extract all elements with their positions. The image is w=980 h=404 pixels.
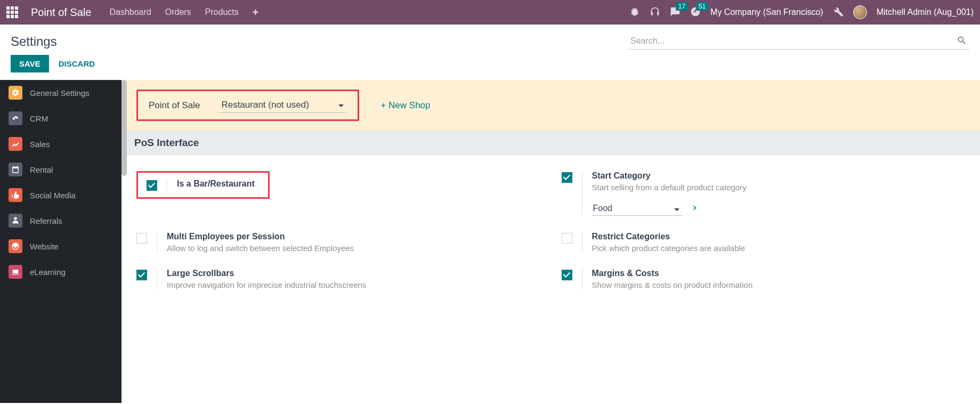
setting-bar-restaurant: Is a Bar/Restaurant (136, 171, 270, 199)
tools-icon[interactable] (833, 6, 844, 19)
nav-orders[interactable]: Orders (165, 7, 191, 17)
main: General Settings CRM Sales Rental Social… (0, 80, 980, 403)
calendar-icon (9, 163, 22, 176)
new-shop-link[interactable]: + New Shop (380, 100, 430, 111)
topnav-left: Point of Sale Dashboard Orders Products … (6, 6, 258, 19)
sidebar-item-sales[interactable]: Sales (0, 131, 122, 157)
sidebar-item-label: Website (30, 242, 59, 251)
nav-products[interactable]: Products (205, 7, 239, 17)
sidebar-item-elearning[interactable]: eLearning (0, 259, 122, 285)
chart-icon (9, 137, 22, 151)
bug-icon[interactable] (629, 6, 640, 19)
save-button[interactable]: SAVE (11, 55, 49, 72)
sidebar-item-label: Social Media (30, 191, 76, 200)
settings-content: Point of Sale + New Shop PoS Interface I… (122, 80, 980, 403)
setting-multi-employees: Multi Employees per Session Allow to log… (136, 232, 540, 253)
sidebar-item-label: CRM (30, 114, 48, 123)
book-icon (9, 265, 22, 279)
sidebar-item-label: eLearning (30, 268, 66, 277)
checkbox-bar-restaurant[interactable] (147, 180, 157, 191)
apps-icon[interactable] (6, 6, 18, 18)
control-bar: Settings (0, 25, 980, 55)
sidebar-item-label: Rental (30, 165, 53, 174)
nav-dashboard[interactable]: Dashboard (109, 7, 151, 17)
messages-badge: 17 (676, 2, 688, 11)
divider (157, 232, 157, 253)
sidebar-item-rental[interactable]: Rental (0, 157, 122, 182)
setting-start-category: Start Category Start selling from a defa… (562, 171, 966, 216)
setting-title: Restrict Categories (592, 232, 966, 241)
sidebar-item-social[interactable]: Social Media (0, 182, 122, 208)
settings-sidebar: General Settings CRM Sales Rental Social… (0, 80, 122, 403)
divider (167, 179, 167, 191)
action-buttons: SAVE DISCARD (0, 55, 980, 80)
scrollbar-thumb[interactable] (122, 80, 127, 176)
gear-icon (9, 86, 22, 100)
setting-title: Large Scrollbars (167, 269, 540, 278)
checkbox-restrict-categories[interactable] (562, 233, 572, 244)
setting-restrict-categories: Restrict Categories Pick which product c… (562, 232, 966, 253)
activities-icon[interactable]: 51 (690, 6, 701, 19)
setting-margins-costs: Margins & Costs Show margins & costs on … (562, 269, 966, 289)
checkbox-margins-costs[interactable] (562, 270, 572, 280)
checkbox-multi-employees[interactable] (136, 233, 147, 244)
sidebar-item-website[interactable]: Website (0, 233, 122, 259)
nav-plus-icon[interactable]: + (253, 6, 259, 19)
activities-badge: 51 (696, 2, 708, 11)
pos-selector-highlight: Point of Sale (136, 90, 359, 121)
messages-icon[interactable]: 17 (670, 6, 681, 19)
section-header: PoS Interface (122, 131, 980, 155)
settings-grid: Is a Bar/Restaurant Start Category Start… (122, 155, 980, 305)
divider (157, 269, 157, 289)
people-icon (9, 214, 22, 228)
divider (582, 171, 582, 216)
checkbox-start-category[interactable] (562, 172, 572, 183)
checkbox-large-scrollbars[interactable] (136, 270, 147, 280)
setting-title: Start Category (592, 171, 966, 181)
search-input[interactable] (628, 33, 969, 50)
handshake-icon (9, 111, 22, 125)
user-avatar[interactable] (853, 5, 867, 19)
setting-desc: Start selling from a default product cat… (592, 183, 966, 192)
search-icon[interactable] (957, 35, 967, 47)
sidebar-item-referrals[interactable]: Referrals (0, 208, 122, 233)
top-navbar: Point of Sale Dashboard Orders Products … (0, 0, 980, 25)
app-title[interactable]: Point of Sale (31, 6, 91, 19)
start-category-dropdown[interactable] (592, 201, 683, 216)
setting-title: Is a Bar/Restaurant (177, 179, 260, 189)
setting-desc: Show margins & costs on product informat… (592, 280, 966, 289)
setting-desc: Allow to log and switch between selected… (167, 244, 540, 253)
nav-links: Dashboard Orders Products + (109, 6, 258, 19)
thumb-icon (9, 188, 22, 202)
pos-header: Point of Sale + New Shop (122, 80, 980, 131)
globe-icon (9, 239, 22, 253)
company-selector[interactable]: My Company (San Francisco) (710, 7, 823, 17)
setting-large-scrollbars: Large Scrollbars Improve navigation for … (136, 269, 540, 289)
setting-title: Multi Employees per Session (167, 232, 540, 241)
sidebar-item-general[interactable]: General Settings (0, 80, 122, 106)
external-link-icon[interactable] (689, 204, 698, 214)
sidebar-item-label: General Settings (30, 88, 90, 98)
search-wrap (628, 33, 969, 50)
topnav-right: 17 51 My Company (San Francisco) Mitchel… (629, 5, 974, 19)
sidebar-item-label: Referrals (30, 216, 62, 225)
divider (582, 269, 582, 289)
setting-desc: Pick which product categories are availa… (592, 244, 966, 253)
sidebar-item-label: Sales (30, 140, 50, 149)
page-title: Settings (11, 34, 57, 49)
username[interactable]: Mitchell Admin (Aug_001) (877, 7, 974, 17)
sidebar-item-crm[interactable]: CRM (0, 106, 122, 131)
setting-title: Margins & Costs (592, 269, 966, 278)
support-icon[interactable] (650, 6, 660, 19)
discard-button[interactable]: DISCARD (59, 59, 95, 68)
setting-desc: Improve navigation for imprecise industr… (167, 280, 540, 289)
pos-label: Point of Sale (149, 100, 200, 111)
pos-dropdown[interactable] (219, 98, 347, 113)
divider (582, 232, 582, 253)
